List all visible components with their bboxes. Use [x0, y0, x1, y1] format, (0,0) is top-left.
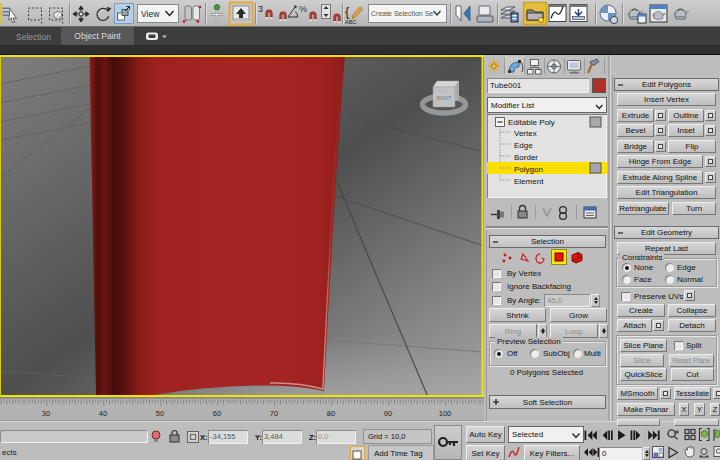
svg-text:%: % — [299, 4, 307, 14]
svg-text:30: 30 — [42, 409, 50, 418]
svg-text:ABC: ABC — [345, 19, 356, 25]
svg-text:Vertex: Vertex — [514, 129, 537, 138]
svg-text:70: 70 — [270, 409, 278, 418]
svg-text:80: 80 — [327, 409, 335, 418]
svg-text:50: 50 — [156, 409, 164, 418]
svg-text:90: 90 — [384, 409, 392, 418]
svg-text:60: 60 — [213, 409, 221, 418]
svg-text:Border: Border — [514, 153, 538, 162]
svg-text:{: { — [345, 4, 350, 19]
svg-text:100: 100 — [439, 409, 452, 418]
svg-text:Create Selection Se: Create Selection Se — [371, 10, 433, 17]
svg-text:Element: Element — [514, 177, 544, 186]
svg-text:RIGHT: RIGHT — [437, 96, 452, 101]
svg-text:40: 40 — [99, 409, 107, 418]
svg-text:View: View — [141, 9, 160, 19]
svg-text:3: 3 — [258, 4, 263, 14]
svg-text:Editable Poly: Editable Poly — [508, 118, 555, 127]
svg-text:Edge: Edge — [514, 141, 533, 150]
svg-text:Polygon: Polygon — [514, 165, 543, 174]
